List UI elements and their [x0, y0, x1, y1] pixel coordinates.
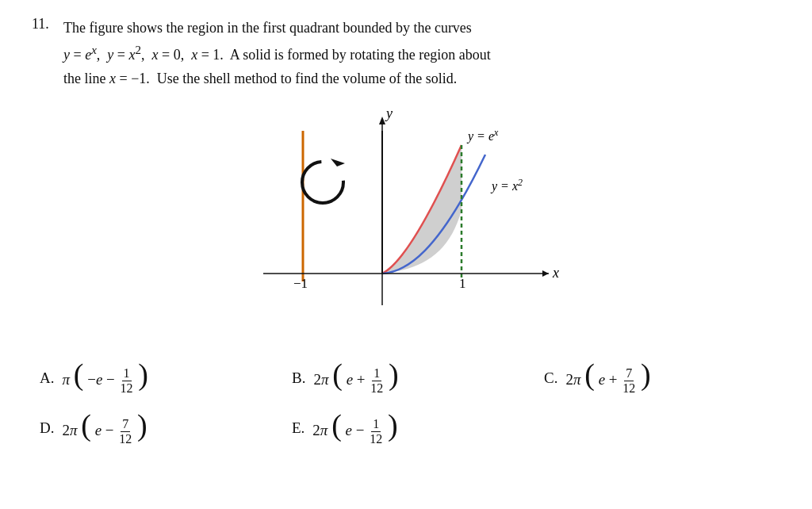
answer-a: A. π ( −e − 1 12 ) [40, 361, 268, 396]
answer-b-expr: 2π ( e + 1 12 ) [313, 361, 398, 396]
answer-b: B. 2π ( e + 1 12 ) [292, 361, 520, 396]
svg-point-1 [302, 162, 343, 203]
answer-a-label: A. [40, 369, 54, 387]
svg-marker-2 [331, 159, 345, 166]
answer-a-expr: π ( −e − 1 12 ) [62, 361, 147, 396]
graph-area: x y −1 1 y = ex y = x2 [32, 107, 780, 329]
problem-number: 11. [32, 16, 63, 91]
answer-e: E. 2π ( e − 1 12 ) [292, 411, 520, 446]
answer-d-expr: 2π ( e − 7 12 ) [62, 411, 147, 446]
graph-svg: x y −1 1 y = ex y = x2 [239, 107, 573, 329]
problem-text: The figure shows the region in the first… [63, 16, 780, 91]
x-axis-arrow [542, 270, 549, 277]
ex-label: y = ex [466, 127, 499, 144]
answer-c-expr: 2π ( e + 7 12 ) [565, 361, 650, 396]
graph-wrapper: x y −1 1 y = ex y = x2 [239, 107, 573, 329]
answer-c-label: C. [544, 369, 557, 387]
answer-e-expr: 2π ( e − 1 12 ) [312, 411, 397, 446]
problem-line3: the line x = −1. Use the shell method to… [63, 71, 457, 86]
problem-header: 11. The figure shows the region in the f… [32, 16, 780, 91]
answer-c: C. 2π ( e + 7 12 ) [544, 361, 772, 396]
y-axis-label: y [385, 107, 393, 121]
answer-d: D. 2π ( e − 7 12 ) [40, 411, 268, 446]
one-label: 1 [459, 276, 466, 291]
y-axis-arrow [379, 117, 385, 124]
answer-e-label: E. [292, 419, 304, 437]
rotation-icon [302, 159, 345, 203]
answer-d-label: D. [40, 419, 54, 437]
x-axis-label: x [552, 265, 559, 281]
answer-b-label: B. [292, 369, 305, 387]
problem-container: 11. The figure shows the region in the f… [32, 16, 780, 446]
answers-section: A. π ( −e − 1 12 ) B. 2π ( e + 1 1 [32, 361, 780, 446]
problem-line2: y = ex, y = x2, x = 0, x = 1. A solid is… [63, 47, 491, 63]
neg1-label: −1 [293, 276, 308, 291]
x2-label: y = x2 [490, 177, 523, 193]
problem-line1: The figure shows the region in the first… [63, 20, 472, 36]
